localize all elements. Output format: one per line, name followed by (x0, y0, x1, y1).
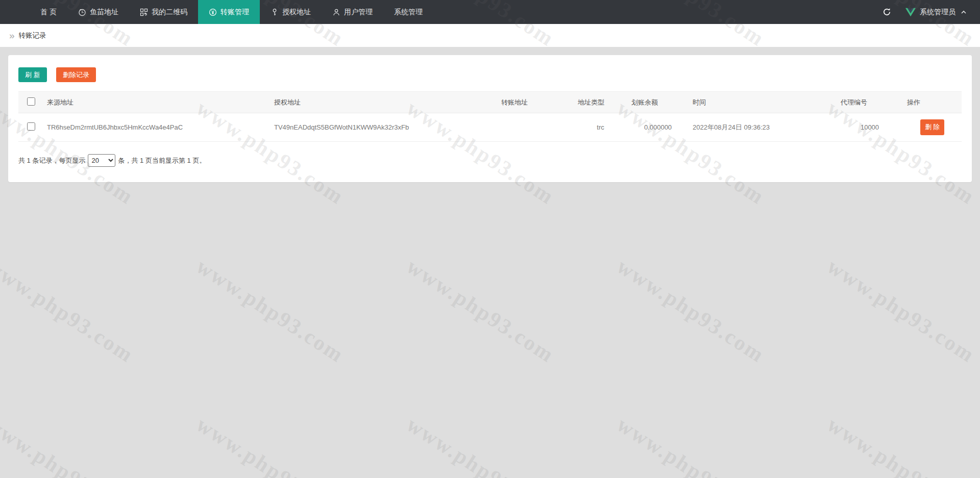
nav-item-authorized-address[interactable]: 授权地址 (260, 0, 322, 24)
nav-item-label: 我的二维码 (152, 8, 187, 17)
watermark-text: www.php93.com (612, 254, 769, 368)
header-transfer-address: 转账地址 (497, 92, 574, 113)
header-balance: 划账余额 (627, 92, 689, 113)
breadcrumb-title: 转账记录 (19, 31, 46, 40)
yen-circle-icon (209, 8, 217, 16)
refresh-icon[interactable] (881, 7, 892, 18)
cell-transfer-address (497, 113, 574, 142)
watermark-text: www.php93.com (192, 412, 349, 478)
nav-item-label: 转账管理 (220, 8, 249, 17)
watermark-text: www.php93.com (0, 412, 138, 478)
watermark-text: www.php93.com (0, 254, 138, 368)
watermark-text: www.php93.com (402, 254, 559, 368)
row-delete-button[interactable]: 删 除 (920, 119, 944, 135)
user-menu[interactable]: 系统管理员 (905, 8, 967, 17)
watermark-text: www.php93.com (823, 412, 979, 478)
nav-item-label: 授权地址 (282, 8, 311, 17)
nav-item-label: 首 页 (40, 8, 57, 17)
records-table: 来源地址 授权地址 转账地址 地址类型 划账余额 时间 代理编号 操作 TR6h… (18, 91, 962, 142)
pagination-suffix: 条，共 1 页当前显示第 1 页。 (118, 156, 206, 165)
nav-item-label: 用户管理 (344, 8, 373, 17)
nav-item-home[interactable]: 首 页 (30, 0, 67, 24)
row-checkbox[interactable] (27, 122, 35, 131)
toolbar: 刷 新 删除记录 (18, 67, 962, 82)
watermark-text: www.php93.com (823, 254, 979, 368)
nav-item-fry-address[interactable]: 鱼苗地址 (67, 0, 129, 24)
user-name: 系统管理员 (920, 8, 955, 17)
cell-auth-address: TV49nEADdqtS5BGfWotN1KWW9Ak32r3xFb (270, 113, 497, 142)
refresh-button[interactable]: 刷 新 (18, 67, 47, 82)
table-row: TR6hseDm2rmtUB6Jhbxc5HmKccWa4e4PaC TV49n… (18, 113, 962, 142)
nav-item-label: 系统管理 (394, 8, 423, 17)
header-source-address: 来源地址 (43, 92, 270, 113)
watermark-text: www.php93.com (192, 254, 349, 368)
nav-item-transfer-management[interactable]: 转账管理 (198, 0, 260, 24)
header-time: 时间 (689, 92, 837, 113)
watermark-text: www.php93.com (402, 412, 559, 478)
cell-agent-id: 10000 (837, 113, 903, 142)
table-header-row: 来源地址 授权地址 转账地址 地址类型 划账余额 时间 代理编号 操作 (18, 92, 962, 113)
top-navigation: 首 页 鱼苗地址 我的二维码 转账管理 授权地址 用户管理 系统管理 (0, 0, 980, 24)
cell-balance: 0.000000 (627, 113, 689, 142)
cell-source-address: TR6hseDm2rmtUB6Jhbxc5HmKccWa4e4PaC (43, 113, 270, 142)
header-agent-id: 代理编号 (837, 92, 903, 113)
watermark-text: www.php93.com (612, 412, 769, 478)
vue-logo-icon (905, 8, 916, 17)
cell-time: 2022年08月24日 09:36:23 (689, 113, 837, 142)
chevron-up-icon (961, 9, 967, 15)
select-all-cell (18, 92, 43, 113)
delete-records-button[interactable]: 删除记录 (56, 67, 96, 82)
header-address-type: 地址类型 (574, 92, 627, 113)
header-actions: 操作 (903, 92, 962, 113)
double-chevron-icon: » (9, 31, 15, 40)
pagination: 共 1 条记录，每页显示 20 条，共 1 页当前显示第 1 页。 (18, 154, 962, 167)
nav-item-label: 鱼苗地址 (90, 8, 118, 17)
nav-item-user-management[interactable]: 用户管理 (322, 0, 383, 24)
transfer-records-card: 刷 新 删除记录 来源地址 授权地址 转账地址 地址类型 划账余额 时间 代理编… (8, 55, 972, 182)
nav-item-system-management[interactable]: 系统管理 (383, 0, 433, 24)
nav-item-my-qrcode[interactable]: 我的二维码 (129, 0, 198, 24)
page-size-select[interactable]: 20 (88, 154, 115, 167)
breadcrumb-bar: » 转账记录 (0, 24, 980, 47)
pagination-prefix: 共 1 条记录，每页显示 (18, 156, 85, 165)
key-icon (271, 8, 279, 16)
select-all-checkbox[interactable] (27, 97, 35, 106)
cell-address-type: trc (574, 113, 627, 142)
qrcode-icon (140, 8, 148, 16)
user-icon (332, 8, 340, 16)
clock-icon (78, 8, 86, 16)
nav-right-section: 系统管理员 (881, 0, 967, 24)
header-auth-address: 授权地址 (270, 92, 497, 113)
